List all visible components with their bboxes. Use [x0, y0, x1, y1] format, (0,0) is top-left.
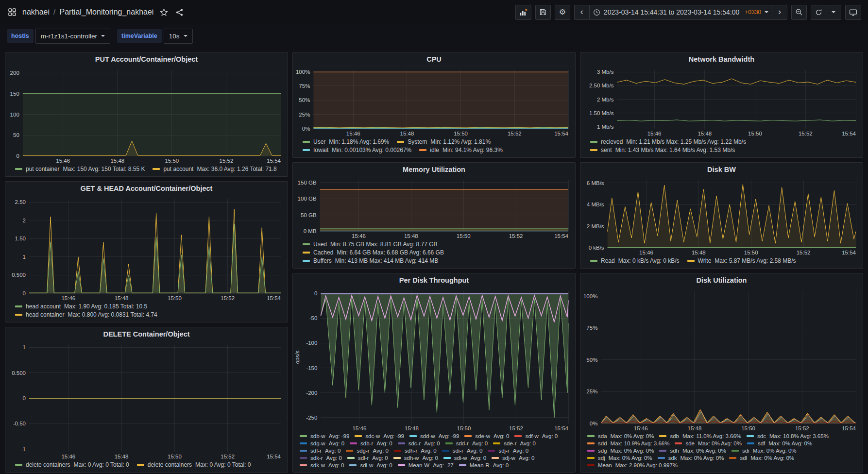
time-series-chart[interactable]: 3 Mb/s2.50 Mb/s2 Mb/s1.50 Mb/s1 Mb/s15:4… [581, 67, 860, 137]
legend-item-sdi-r[interactable]: sdi-rAvg: 0 [442, 448, 483, 454]
add-panel-button[interactable] [515, 5, 531, 20]
time-series-chart[interactable]: 6 MB/s4 MB/s2 MB/s0 kB/s15:4615:4815:501… [581, 177, 860, 256]
legend-item-sdk-w[interactable]: sdk-wAvg: 0 [300, 462, 344, 468]
series-name: idle [430, 147, 439, 153]
legend-item-sdb-r[interactable]: sdb-rAvg: 0 [350, 440, 392, 446]
legend-item-cached[interactable]: CachedMin: 6.64 GB Max: 6.68 GB Avg: 6.6… [303, 249, 444, 256]
legend-item-sdh-w[interactable]: sdh-wAvg: 0 [393, 455, 438, 461]
legend-item-sdf-r[interactable]: sdf-rAvg: 0 [300, 448, 340, 454]
legend-item-read[interactable]: ReadMax: 0 kB/s Avg: 0 kB/s [590, 257, 680, 264]
legend-item-sdl-w[interactable]: sdl-wAvg: 0 [349, 462, 392, 468]
legend-item-head-account[interactable]: head accountMax: 1.90 Avg: 0.185 Total: … [15, 303, 147, 310]
legend-item-sdg-r[interactable]: sdg-rAvg: 0 [346, 448, 389, 454]
time-shift-back-button[interactable]: ‹ [574, 5, 590, 20]
variable-hostls-dropdown[interactable]: m-r1z1s1-controller [35, 29, 110, 44]
legend-item-put-account[interactable]: put accountMax: 36.0 Avg: 1.26 Total: 71… [153, 166, 276, 172]
apps-grid-icon[interactable] [7, 7, 17, 17]
legend-item-sdi-w[interactable]: sdi-wAvg: 0 [443, 455, 486, 461]
series-color-swatch [15, 314, 22, 316]
series-color-swatch [590, 149, 597, 151]
time-series-chart[interactable]: 20015010050015:4615:4815:5015:5215:54 [6, 67, 285, 165]
legend-item-put-container[interactable]: put containerMax: 150 Avg: 150 Total: 8.… [15, 166, 145, 172]
time-series-chart[interactable]: 0-50-100-150-200-25015:4615:4815:5015:52… [294, 288, 572, 432]
legend-item-sdd-r[interactable]: sdd-rAvg: 0 [445, 440, 488, 446]
series-color-swatch [303, 260, 310, 262]
legend-item-sdg-w[interactable]: sdg-wAvg: 0 [300, 440, 344, 446]
legend-item-sdc-r[interactable]: sdc-rAvg: 0 [398, 440, 440, 446]
panel-title[interactable]: Per Disk Throughput [293, 273, 575, 288]
save-dashboard-button[interactable] [535, 5, 551, 20]
legend-item-sde[interactable]: sdeMax: 0% Avg: 0% [675, 440, 741, 446]
panel-title[interactable]: GET & HEAD Account/Container/Object [5, 182, 288, 196]
legend-item-mean[interactable]: MeanMax: 2.90% Avg: 0.997% [587, 462, 678, 468]
legend-item-buffers[interactable]: BuffersMin: 413 MB Max: 414 MB Avg: 414 … [303, 257, 438, 264]
variable-timevariable-dropdown[interactable]: 10s [164, 29, 193, 44]
breadcrumb-dashboard[interactable]: Partial_Monitoring_nakhaei [60, 8, 154, 17]
legend-item-iowait[interactable]: IowaitMin: 0.00103% Avg: 0.00267% [303, 147, 411, 153]
legend-item-user[interactable]: UserMin: 1.18% Avg: 1.69% [303, 138, 389, 145]
share-icon[interactable] [174, 7, 185, 17]
legend-item-sdl[interactable]: sdlMax: 0% Avg: 0% [729, 455, 794, 461]
panel-title[interactable]: DELETE Container/Object [5, 327, 288, 341]
legend-item-sdd-w[interactable]: sdd-wAvg: -99 [409, 433, 459, 439]
series-color-swatch [347, 457, 355, 459]
panel-title[interactable]: CPU [293, 52, 575, 67]
legend-item-write[interactable]: WriteMax: 5.87 MB/s Avg: 2.58 MB/s [687, 257, 796, 264]
star-icon[interactable] [158, 7, 169, 17]
legend-item-sde-r[interactable]: sde-rAvg: 0 [493, 440, 536, 446]
legend-item-delete-containers[interactable]: delete containersMax: 0 Avg: 0 Total: 0 [137, 461, 251, 468]
legend-item-sdh[interactable]: sdhMax: 0% Avg: 0% [659, 448, 726, 454]
refresh-button[interactable] [811, 5, 826, 20]
series-stats: Min: 413 MB Max: 414 MB Avg: 414 MB [335, 257, 439, 264]
legend-item-sdc[interactable]: sdcMax: 10.8% Avg: 3.65% [747, 433, 829, 439]
legend-item-sda[interactable]: sdaMax: 0% Avg: 0% [587, 433, 654, 439]
legend-item-sdj-w[interactable]: sdj-wAvg: 0 [492, 455, 534, 461]
legend-item-sdi[interactable]: sdiMax: 0% Avg: 0% [732, 448, 797, 454]
refresh-interval-button[interactable] [826, 5, 841, 20]
panel-title[interactable]: Disk Utilization [580, 273, 863, 288]
svg-text:15:50: 15:50 [748, 131, 762, 136]
time-series-chart[interactable]: 100%75%50%25%0%15:4615:4815:5015:5215:54 [294, 67, 572, 137]
legend-item-sdg[interactable]: sdgMax: 0% Avg: 0% [587, 448, 654, 454]
legend-item-sdb-w[interactable]: sdb-wAvg: -99 [300, 433, 349, 439]
panel-title[interactable]: Memory Utilization [293, 163, 575, 177]
legend-item-sdb[interactable]: sdbMax: 11.0% Avg: 3.66% [659, 433, 741, 439]
time-series-chart[interactable]: 2.5021.5010.500015:4615:4815:5015:5215:5… [6, 196, 285, 302]
legend-item-mean-w[interactable]: Mean-WAvg: -27 [398, 462, 454, 468]
legend-item-used[interactable]: UsedMin: 8.75 GB Max: 8.81 GB Avg: 8.77 … [303, 241, 438, 248]
time-shift-forward-button[interactable]: › [772, 5, 787, 20]
legend-item-recieved[interactable]: recievedMin: 1.21 Mb/s Max: 1.25 Mb/s Av… [590, 138, 746, 145]
legend-item-system[interactable]: SystemMin: 1.12% Avg: 1.81% [397, 138, 491, 145]
time-series-chart[interactable]: 10.5000-0.50-115:4615:4815:5015:5215:54 [6, 341, 285, 460]
panel-title[interactable]: Network Bandwidth [580, 52, 863, 67]
legend-item-sdc-w[interactable]: sdc-wAvg: -99 [355, 433, 404, 439]
time-series-chart[interactable]: 150 GB100 GB50 GB0 MB15:4615:4815:5015:5… [294, 177, 572, 240]
legend-item-head-container[interactable]: head containerMax: 0.800 Avg: 0.0831 Tot… [15, 311, 157, 318]
legend-item-mean-r[interactable]: Mean-RAvg: 0 [459, 462, 509, 468]
time-series-chart[interactable]: 100%75%50%25%0%15:4615:4815:5015:5215:54 [581, 288, 860, 432]
time-range-button[interactable]: 2023-03-14 15:44:31 to 2023-03-14 15:54:… [589, 5, 772, 20]
breadcrumb-folder[interactable]: nakhaei [22, 8, 50, 17]
legend-item-sdh-r[interactable]: sdh-rAvg: 0 [394, 448, 437, 454]
legend-item-idle[interactable]: idleMin: 94.1% Avg: 96.3% [419, 147, 503, 153]
legend-item-sdf[interactable]: sdfMax: 0% Avg: 0% [747, 440, 812, 446]
legend-item-sdf-w[interactable]: sdf-wAvg: 0 [514, 433, 558, 439]
series-name: sde-r [504, 440, 516, 446]
panel-title[interactable]: Disk BW [580, 163, 863, 177]
series-stats: Avg: 0 [376, 440, 392, 446]
series-stats: Avg: 0 [467, 448, 482, 454]
legend-item-sdl-r[interactable]: sdl-rAvg: 0 [347, 455, 388, 461]
zoom-out-time-button[interactable] [791, 5, 807, 20]
cycle-view-mode-button[interactable] [845, 5, 861, 20]
legend-item-sdk[interactable]: sdkMax: 0% Avg: 0% [658, 455, 724, 461]
legend-item-sdj-r[interactable]: sdj-rAvg: 0 [488, 448, 528, 454]
legend-item-sdk-r[interactable]: sdk-rAvg: 0 [300, 455, 342, 461]
legend-item-sdd[interactable]: sddMax: 10.9% Avg: 3.66% [587, 440, 669, 446]
dashboard-settings-button[interactable]: ⚙ [555, 5, 570, 20]
legend-item-sde-w[interactable]: sde-wAvg: 0 [464, 433, 509, 439]
legend-item-sdj[interactable]: sdjMax: 0% Avg: 0% [587, 455, 652, 461]
legend-item-sent[interactable]: sentMin: 1.43 Mb/s Max: 1.64 Mb/s Avg: 1… [590, 147, 735, 153]
legend-item-delete-containers[interactable]: delete containersMax: 0 Avg: 0 Total: 0 [15, 461, 129, 468]
panel-title[interactable]: PUT Account/Container/Object [5, 52, 288, 67]
svg-text:6 MB/s: 6 MB/s [587, 180, 604, 186]
